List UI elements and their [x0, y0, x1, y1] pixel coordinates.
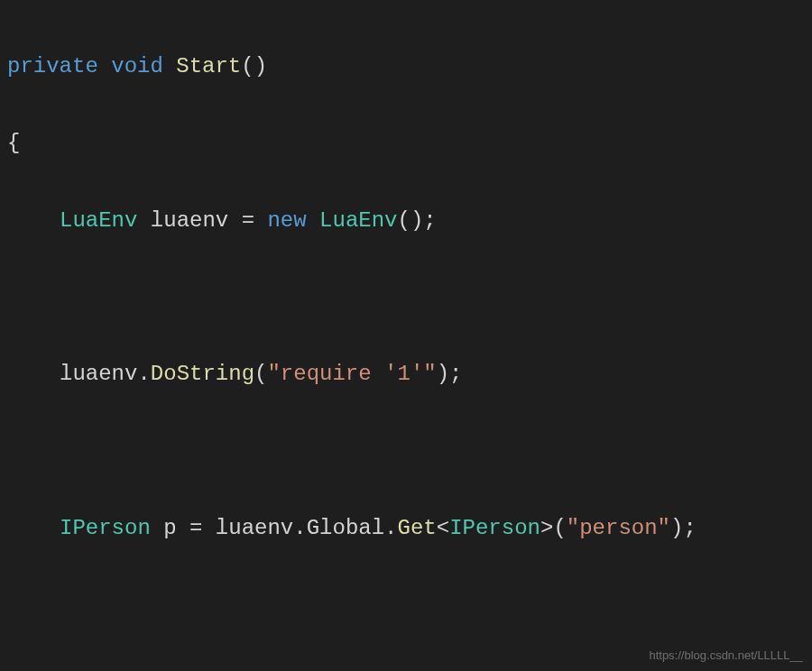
code-line: LuaEnv luaenv = new LuaEnv();: [7, 202, 805, 241]
dot: .: [384, 516, 397, 540]
brace-open: {: [7, 124, 805, 163]
angle: >: [540, 516, 553, 540]
paren: (: [553, 516, 566, 540]
string: "require '1'": [267, 362, 436, 386]
property: Global: [307, 516, 384, 540]
variable: luaenv: [216, 516, 293, 540]
equals: =: [189, 516, 202, 540]
angle: <: [437, 516, 449, 540]
watermark-text: https://blog.csdn.net/LLLLL__: [649, 648, 803, 662]
method: DoString: [151, 362, 254, 386]
paren: ();: [398, 208, 437, 233]
dot: .: [137, 362, 150, 386]
paren: );: [437, 362, 463, 386]
code-line: p.eat(1,2);: [7, 664, 805, 671]
method: Get: [398, 516, 437, 540]
keyword: void: [111, 54, 163, 78]
string: "person": [567, 516, 670, 540]
paren: (): [241, 54, 267, 78]
blank-line: [7, 279, 805, 317]
variable: p: [163, 516, 176, 540]
equals: =: [242, 208, 254, 233]
variable: luaenv: [60, 362, 137, 386]
variable: luaenv: [151, 208, 228, 233]
paren: );: [670, 516, 697, 540]
code-line: IPerson p = luaenv.Global.Get<IPerson>("…: [7, 510, 805, 548]
type: LuaEnv: [60, 208, 137, 233]
paren: (: [254, 362, 267, 386]
code-line: luaenv.DoString("require '1'");: [7, 355, 805, 394]
code-line: private void Start(): [7, 48, 805, 87]
keyword: new: [267, 208, 306, 233]
keyword: private: [7, 54, 98, 78]
dot: .: [293, 516, 306, 540]
blank-line: [7, 433, 805, 472]
type: IPerson: [60, 516, 151, 540]
type: LuaEnv: [319, 208, 397, 233]
code-block: private void Start() { LuaEnv luaenv = n…: [0, 0, 812, 671]
blank-line: [7, 587, 805, 626]
generic-type: IPerson: [449, 516, 540, 540]
function-name: Start: [176, 54, 241, 78]
